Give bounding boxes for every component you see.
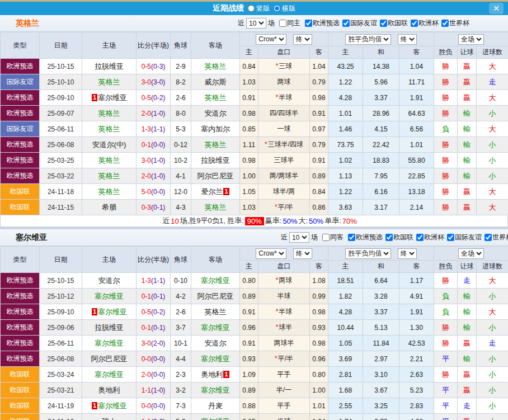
avg-draw-odds: 5.13	[363, 320, 399, 336]
league-filter[interactable]: 国际友谊	[340, 18, 377, 28]
match-count-select[interactable]: 10	[289, 232, 309, 243]
league-checkbox[interactable]	[385, 234, 393, 241]
avg-away-odds: 1.30	[399, 320, 434, 336]
odds-time-select[interactable]: 终	[293, 248, 312, 259]
result-handicap: 贏	[458, 414, 477, 420]
odds-time-select[interactable]: 终	[293, 34, 312, 45]
league-checkbox[interactable]	[305, 20, 312, 27]
results-tbody: 欧洲预选25-10-15拉脱维亚0-5(0-3)2-9英格兰0.84*三球1.0…	[1, 59, 508, 215]
avg-time-select[interactable]: 终	[398, 248, 417, 259]
result-winloss: 勝	[434, 74, 458, 90]
league-filter[interactable]: 世界杯	[482, 233, 508, 242]
league-badge: 欧国联	[1, 414, 40, 420]
result-winloss: 勝	[434, 106, 458, 121]
handicap-name: 平手	[277, 402, 291, 409]
handicap-name: 球半	[279, 323, 292, 331]
avg-home-odds: 3.69	[328, 351, 363, 367]
home-odds: 0.88	[240, 398, 258, 414]
league-checkbox[interactable]	[348, 234, 355, 241]
layout-horizontal-option[interactable]: 横版	[274, 4, 295, 13]
filter-controls: 近 10 场 同主 欧洲预选国际友谊欧国联欧洲杯世界杯	[238, 18, 469, 29]
halftime-score: (3-0)	[151, 78, 165, 86]
avg-away-odds: 13.18	[399, 184, 434, 200]
league-checkbox[interactable]	[441, 20, 449, 27]
same-venue-checkbox[interactable]	[279, 20, 286, 27]
home-team-name: 塞尔维亚	[95, 339, 124, 347]
fulltime-score: 2-0	[142, 371, 151, 379]
result-goals: 小	[477, 398, 508, 414]
avg-home-odds: 73.75	[328, 137, 363, 153]
halftime-score: (0-0)	[151, 355, 165, 363]
match-date: 25-10-10	[40, 74, 82, 90]
league-checkbox[interactable]	[380, 20, 387, 27]
league-checkbox[interactable]	[447, 234, 454, 241]
scope-select[interactable]: 全场	[458, 34, 484, 45]
team-filter-bar: 塞尔维亚 近 10 场 同客 欧洲预选欧国联欧洲杯国际友谊世界杯	[0, 229, 508, 246]
corner-score: 5-3	[171, 414, 191, 420]
horizontal-radio[interactable]	[274, 5, 280, 12]
league-filter[interactable]: 欧洲预选	[345, 233, 383, 242]
match-date: 25-09-10	[40, 90, 82, 106]
match-row: 欧国联25-03-24塞尔维亚2-0(0-0)2-3奥地利11.09平手0.80…	[1, 367, 508, 383]
avg-type-select[interactable]: 胜平负均值	[345, 248, 391, 259]
league-checkbox[interactable]	[485, 234, 492, 241]
result-handicap: 贏	[458, 74, 477, 90]
away-team-name: 拉脱维亚	[201, 156, 230, 164]
handicap-name: 半球	[279, 93, 292, 101]
match-date: 24-11-19	[40, 398, 82, 414]
handicap-name: 球半/两	[273, 187, 295, 195]
games-label: 场	[311, 233, 318, 242]
avg-type-select[interactable]: 胜平负均值	[345, 34, 391, 45]
odds-company-select[interactable]: Crow*	[256, 34, 286, 45]
avg-time-select[interactable]: 终	[398, 34, 417, 45]
corner-score: 8-0	[171, 106, 191, 121]
home-odds: 0.85	[240, 414, 258, 420]
away-odds: 0.98	[310, 304, 328, 320]
league-filter[interactable]: 世界杯	[439, 18, 469, 28]
result-goals: 小	[477, 106, 508, 121]
away-odds: 0.96	[310, 351, 328, 367]
scope-select[interactable]: 全场	[458, 248, 484, 259]
league-checkbox[interactable]	[342, 20, 350, 27]
match-row: 欧国联24-11-18英格兰5-0(0-0)12-0爱尔兰11.05球半/两0.…	[1, 184, 508, 200]
match-count-select[interactable]: 10	[246, 18, 266, 29]
league-filter[interactable]: 欧洲杯	[413, 233, 444, 242]
same-venue-filter[interactable]: 同客	[319, 233, 344, 242]
avg-away-odds: 6.56	[399, 121, 434, 137]
avg-away-odds: 5.23	[399, 383, 434, 398]
section-england: 英格兰 近 10 场 同主 欧洲预选国际友谊欧国联欧洲杯世界杯 类型 日期 主场…	[0, 15, 508, 226]
close-button[interactable]: ✕	[489, 3, 504, 14]
fulltime-score: 3-0	[142, 339, 151, 347]
same-venue-checkbox[interactable]	[322, 234, 330, 241]
score-cell: 0-3(0-1)	[137, 200, 171, 215]
away-team: 拉脱维亚	[191, 153, 240, 168]
league-label: 欧国联	[388, 18, 408, 28]
handicap-name: 四/四球半	[270, 109, 298, 117]
col-home: 主场	[82, 247, 137, 273]
league-filter[interactable]: 国际友谊	[444, 233, 482, 242]
title-group: 近期战绩 竖版 横版	[213, 3, 295, 13]
fulltime-score: 3-0	[142, 157, 151, 164]
avg-draw-odds: 18.83	[363, 153, 399, 168]
league-filter[interactable]: 欧洲预选	[302, 18, 340, 28]
halftime-score: (0-1)	[151, 292, 165, 300]
league-filter[interactable]: 欧洲杯	[408, 18, 439, 28]
match-row: 欧洲预选25-10-15安道尔1-3(1-1)0-10塞尔维亚0.80*两球1.…	[1, 273, 508, 289]
result-handicap: 輸	[458, 304, 477, 320]
odds-company-select[interactable]: Crow*	[256, 248, 286, 259]
same-venue-filter[interactable]: 同主	[276, 18, 300, 28]
league-filter[interactable]: 欧国联	[383, 233, 413, 242]
layout-vertical-option[interactable]: 竖版	[248, 4, 270, 13]
league-checkbox[interactable]	[411, 20, 418, 27]
league-filter[interactable]: 欧国联	[377, 18, 408, 28]
league-checkbox[interactable]	[416, 234, 424, 241]
handicap-name: 半球	[277, 417, 291, 420]
home-odds: 0.85	[240, 121, 258, 137]
match-row: 欧国联24-11-15希腊0-3(0-1)4-3英格兰1.03*平/半0.863…	[1, 200, 508, 215]
away-team-name: 英格兰	[205, 62, 227, 70]
score-cell: 0-1(0-0)	[137, 137, 171, 153]
vertical-radio[interactable]	[248, 5, 255, 12]
fulltime-score: 0-0	[142, 355, 151, 363]
result-handicap: 贏	[458, 367, 477, 383]
handicap-cell: 半球	[258, 414, 310, 420]
